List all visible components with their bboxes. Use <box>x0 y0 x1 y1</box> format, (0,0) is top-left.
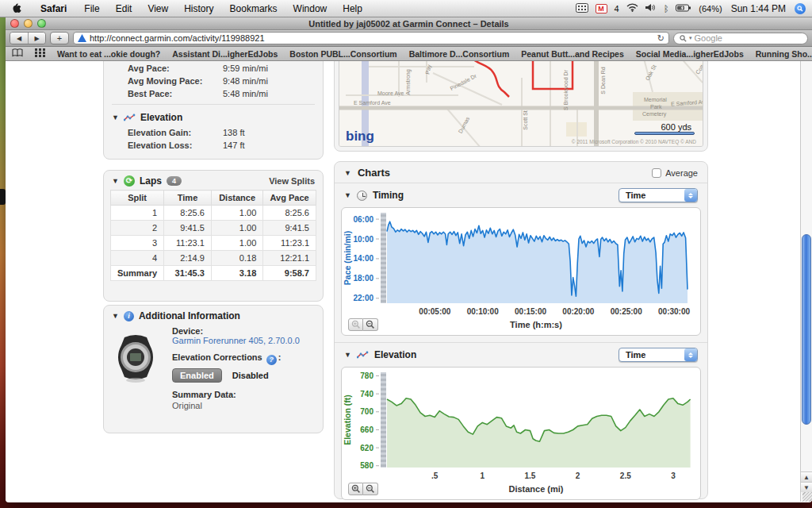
vertical-scrollbar[interactable]: ▲ ▼ <box>800 61 812 502</box>
table-row: 29:41.51.009:41.5 <box>111 221 316 236</box>
bookmark-item[interactable]: Want to eat ...okie dough? <box>57 49 160 59</box>
close-button[interactable] <box>10 19 19 28</box>
scroll-up-arrow[interactable]: ▲ <box>801 471 812 482</box>
scrollbar-thumb[interactable] <box>802 234 811 425</box>
table-cell: 9:41.5 <box>263 221 316 236</box>
divider <box>112 104 315 105</box>
spotlight-icon[interactable] <box>795 3 806 14</box>
gmail-icon[interactable]: M <box>596 4 607 13</box>
svg-text:00:25:00: 00:25:00 <box>611 307 642 316</box>
charts-header[interactable]: ▼ Charts Average <box>335 162 707 183</box>
zoom-in-button[interactable] <box>348 318 363 331</box>
input-menu-icon[interactable] <box>576 3 588 14</box>
view-splits-link[interactable]: View Splits <box>269 176 315 186</box>
summary-data-block: Summary Data: Original <box>172 390 313 410</box>
search-placeholder: Google <box>695 33 722 43</box>
menu-bookmarks[interactable]: Bookmarks <box>222 3 285 14</box>
collapse-triangle-icon[interactable]: ▼ <box>112 114 119 121</box>
reload-icon[interactable]: ↻ <box>657 33 665 44</box>
corrections-block: Elevation Corrections ?: Enabled Disable… <box>172 352 313 383</box>
map-street-label: Armstrong <box>405 69 411 94</box>
elevation-xaxis-select[interactable]: Time <box>619 348 698 362</box>
bookmark-item[interactable]: Baltimore D...Consortium <box>409 49 510 59</box>
laps-column-header: Avg Pace <box>263 190 316 206</box>
menu-view[interactable]: View <box>140 3 176 14</box>
elevation-chart-svg: 780740700660620580.511.522.53Distance (m… <box>342 368 700 496</box>
new-tab-button[interactable]: + <box>50 32 69 44</box>
address-bar[interactable]: http://connect.garmin.com/activity/11998… <box>73 32 669 44</box>
timing-xaxis-select[interactable]: Time <box>619 188 698 202</box>
collapse-triangle-icon[interactable]: ▼ <box>112 312 119 320</box>
zoom-out-button[interactable] <box>363 483 378 495</box>
scroll-down-arrow[interactable]: ▼ <box>801 482 812 492</box>
collapse-triangle-icon[interactable]: ▼ <box>344 351 351 359</box>
bing-logo[interactable]: bing <box>346 129 374 144</box>
svg-text:580: 580 <box>360 461 373 470</box>
desktop-edge-tab[interactable] <box>0 189 6 205</box>
table-cell: 9:58.7 <box>263 266 316 281</box>
garmin-favicon <box>78 34 86 42</box>
menu-edit[interactable]: Edit <box>108 3 140 14</box>
bookmark-item[interactable]: Social Media...igherEdJobs <box>636 49 744 59</box>
disabled-button[interactable]: Disabled <box>232 371 269 380</box>
enabled-button[interactable]: Enabled <box>172 368 222 383</box>
elevation-header[interactable]: ▼ Elevation Time <box>335 342 707 367</box>
bookmark-item[interactable]: Peanut Butt...and Recipes <box>521 49 624 59</box>
minimize-button[interactable] <box>24 19 33 28</box>
timing-header[interactable]: ▼ Timing Time <box>335 183 707 207</box>
charts-panel: ▼ Charts Average ▼ Timing Time 06:0010:0… <box>334 161 708 499</box>
zoom-button[interactable] <box>37 19 46 28</box>
svg-text:00:30:00: 00:30:00 <box>658 307 690 316</box>
menu-window[interactable]: Window <box>285 3 335 14</box>
title-bar[interactable]: Untitled by jaj05002 at Garmin Connect –… <box>6 17 812 30</box>
select-stepper-icon <box>684 189 697 202</box>
additional-info-panel: ▼ i Additional Information Device: Garmi… <box>103 305 324 433</box>
bookmark-items: Want to eat ...okie dough?Assistant Di..… <box>57 49 812 59</box>
zoom-out-button[interactable] <box>363 318 378 331</box>
svg-text:1.5: 1.5 <box>525 471 536 480</box>
top-sites-icon[interactable] <box>35 48 45 59</box>
apple-menu-icon[interactable] <box>11 2 21 16</box>
bookmark-item[interactable]: Running Sho... Auburn, AL <box>756 49 812 59</box>
collapse-triangle-icon[interactable]: ▼ <box>344 169 351 177</box>
help-icon[interactable]: ? <box>266 355 277 365</box>
average-checkbox[interactable] <box>652 168 661 178</box>
bookmark-item[interactable]: Boston PUBL...Consortium <box>289 49 396 59</box>
menu-bar-status: M 4 ᛒ (64%) Sun 1:44 PM <box>576 3 806 14</box>
device-link[interactable]: Garmin Forerunner 405 <box>172 336 263 345</box>
collapse-triangle-icon[interactable]: ▼ <box>112 177 119 185</box>
table-row: 18:25.61.008:25.6 <box>111 206 316 221</box>
menu-file[interactable]: File <box>76 3 107 14</box>
window-resize-grip[interactable] <box>802 492 812 502</box>
table-cell: 1 <box>111 206 164 221</box>
zoom-in-button[interactable] <box>348 483 363 495</box>
wifi-icon[interactable] <box>626 3 638 13</box>
volume-icon[interactable] <box>645 3 657 13</box>
elevation-section-header[interactable]: ▼ Elevation <box>104 109 323 126</box>
menu-history[interactable]: History <box>176 3 221 14</box>
laps-header[interactable]: ▼ ⟳ Laps 4 View Splits <box>104 171 323 190</box>
map-panel: bing © 2011 Microsoft Corporation © 2010… <box>334 61 708 152</box>
back-button[interactable]: ◀ <box>10 33 28 44</box>
history-nav: ◀ ▶ <box>10 32 46 44</box>
forward-button[interactable]: ▶ <box>28 33 45 44</box>
bookmark-item[interactable]: Assistant Di...igherEdJobs <box>172 49 278 59</box>
bing-map[interactable]: bing © 2011 Microsoft Corporation © 2010… <box>339 61 703 147</box>
elevation-chart[interactable]: 780740700660620580.511.522.53Distance (m… <box>341 367 701 500</box>
table-cell: 1.00 <box>211 206 262 221</box>
menu-help[interactable]: Help <box>335 3 370 14</box>
battery-icon[interactable] <box>676 4 691 13</box>
collapse-triangle-icon[interactable]: ▼ <box>344 191 351 199</box>
table-cell: 11:23.1 <box>263 236 316 251</box>
bluetooth-icon[interactable]: ᛒ <box>664 4 669 13</box>
laps-column-header: Time <box>164 190 212 206</box>
search-options-chevron[interactable]: ▾ <box>689 35 692 41</box>
timing-chart[interactable]: 06:0010:0014:0018:0022:0000:05:0000:10:0… <box>341 207 701 336</box>
additional-info-header[interactable]: ▼ i Additional Information <box>104 306 323 325</box>
search-field[interactable]: ▾ Google <box>673 33 808 44</box>
map-street-label: Memorial <box>644 97 667 102</box>
menu-clock[interactable]: Sun 1:44 PM <box>731 3 786 14</box>
bookmarks-sidebar-icon[interactable] <box>12 48 23 59</box>
menu-safari[interactable]: Safari <box>33 3 76 14</box>
svg-text:2.5: 2.5 <box>620 471 631 480</box>
